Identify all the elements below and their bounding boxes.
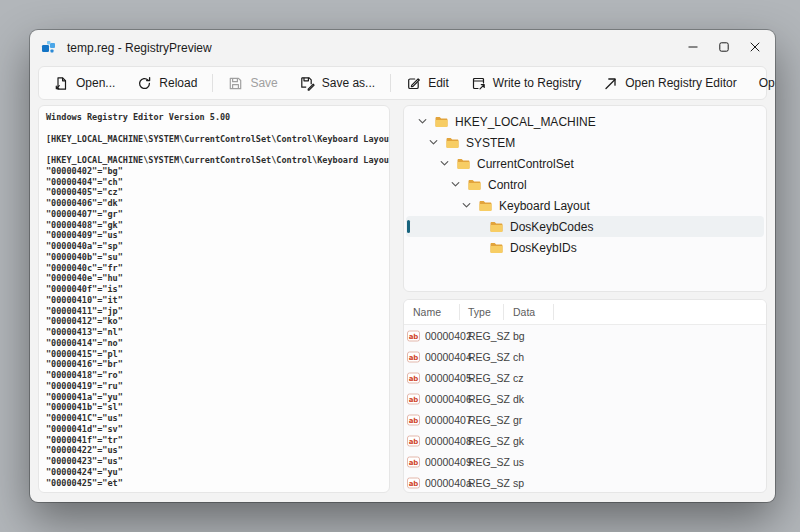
open-key-button[interactable]: Open Key xyxy=(748,70,775,96)
table-row[interactable]: 00000409 REG_SZ us xyxy=(404,451,766,472)
registry-tree-panel: HKEY_LOCAL_MACHINE SYSTEM CurrentControl… xyxy=(403,105,767,292)
folder-icon xyxy=(434,116,449,128)
open-key-button-label: Open Key xyxy=(759,76,775,90)
value-data: dk xyxy=(504,393,554,405)
minimize-button[interactable] xyxy=(677,30,708,64)
open-external-icon xyxy=(603,76,618,91)
registry-values-panel: Name Type Data 00000402 REG_SZ bg 000004… xyxy=(403,299,767,493)
value-type: REG_SZ xyxy=(460,414,504,426)
tree-item-keyboard-layout[interactable]: Keyboard Layout xyxy=(406,195,764,216)
tree-item-label: CurrentControlSet xyxy=(477,157,574,171)
table-row[interactable]: 00000402 REG_SZ bg xyxy=(404,325,766,346)
value-data: ch xyxy=(504,351,554,363)
save-as-icon xyxy=(300,76,315,91)
value-data: us xyxy=(504,456,554,468)
save-button[interactable]: Save xyxy=(217,70,288,96)
table-row[interactable]: 0000040a REG_SZ sp xyxy=(404,472,766,493)
app-icon xyxy=(41,40,57,56)
table-row[interactable]: 00000404 REG_SZ ch xyxy=(404,346,766,367)
string-value-icon xyxy=(407,456,420,468)
tree-item-currentcontrolset[interactable]: CurrentControlSet xyxy=(406,153,764,174)
reload-icon xyxy=(137,76,152,91)
open-registry-editor-button[interactable]: Open Registry Editor xyxy=(592,70,747,96)
save-as-button[interactable]: Save as... xyxy=(289,70,386,96)
string-value-icon xyxy=(407,477,420,489)
window-title: temp.reg - RegistryPreview xyxy=(67,41,212,55)
open-file-icon xyxy=(54,76,69,91)
maximize-icon xyxy=(719,42,729,52)
table-row[interactable]: 00000405 REG_SZ cz xyxy=(404,367,766,388)
value-data: gk xyxy=(504,435,554,447)
selection-indicator xyxy=(407,220,410,233)
table-row[interactable]: 00000406 REG_SZ dk xyxy=(404,388,766,409)
tree-item-hkey-local-machine[interactable]: HKEY_LOCAL_MACHINE xyxy=(406,111,764,132)
reload-button[interactable]: Reload xyxy=(126,70,208,96)
folder-icon xyxy=(456,158,471,170)
tree-item-doskeybcodes[interactable]: DosKeybCodes xyxy=(406,216,764,237)
value-type: REG_SZ xyxy=(460,393,504,405)
open-registry-editor-button-label: Open Registry Editor xyxy=(625,76,736,90)
command-bar: Open... Reload Save xyxy=(38,66,767,100)
close-button[interactable] xyxy=(739,30,770,64)
app-window: temp.reg - RegistryPreview Open... xyxy=(30,30,775,502)
value-data: bg xyxy=(504,330,554,342)
write-to-registry-button-label: Write to Registry xyxy=(493,76,581,90)
table-row[interactable]: 00000408 REG_SZ gk xyxy=(404,430,766,451)
column-header-type[interactable]: Type xyxy=(460,304,504,320)
chevron-down-icon[interactable] xyxy=(447,179,463,190)
folder-icon xyxy=(489,221,504,233)
reload-button-label: Reload xyxy=(159,76,197,90)
chevron-down-icon[interactable] xyxy=(414,116,430,127)
string-value-icon xyxy=(407,372,420,384)
value-data: gr xyxy=(504,414,554,426)
tree-indent xyxy=(406,163,436,164)
column-header-name[interactable]: Name xyxy=(404,304,460,320)
edit-icon xyxy=(406,76,421,91)
edit-button-label: Edit xyxy=(428,76,449,90)
folder-icon xyxy=(478,200,493,212)
folder-icon xyxy=(445,137,460,149)
value-type: REG_SZ xyxy=(460,477,504,489)
tree-item-doskeybids[interactable]: DosKeybIDs xyxy=(406,237,764,258)
value-type: REG_SZ xyxy=(460,351,504,363)
save-button-label: Save xyxy=(250,76,277,90)
close-icon xyxy=(750,42,760,52)
tree-indent xyxy=(406,121,414,122)
tree-item-label: DosKeybCodes xyxy=(510,220,593,234)
string-value-icon xyxy=(407,330,420,342)
value-type: REG_SZ xyxy=(460,435,504,447)
registry-file-editor-panel: Windows Registry Editor Version 5.00 [HK… xyxy=(38,105,390,493)
toolbar-separator xyxy=(390,74,391,92)
tree-item-label: SYSTEM xyxy=(466,136,515,150)
tree-indent xyxy=(406,247,469,248)
string-value-icon xyxy=(407,414,420,426)
string-value-icon xyxy=(407,435,420,447)
open-button-label: Open... xyxy=(76,76,115,90)
value-data: sp xyxy=(504,477,554,489)
tree-indent xyxy=(406,205,458,206)
tree-item-system[interactable]: SYSTEM xyxy=(406,132,764,153)
minimize-icon xyxy=(688,42,698,52)
chevron-down-icon[interactable] xyxy=(425,137,441,148)
value-data: cz xyxy=(504,372,554,384)
save-icon xyxy=(228,76,243,91)
write-to-registry-button[interactable]: Write to Registry xyxy=(460,70,592,96)
edit-button[interactable]: Edit xyxy=(395,70,460,96)
tree-item-label: DosKeybIDs xyxy=(510,241,577,255)
chevron-down-icon[interactable] xyxy=(458,200,474,211)
maximize-button[interactable] xyxy=(708,30,739,64)
title-bar[interactable]: temp.reg - RegistryPreview xyxy=(30,30,775,66)
open-button[interactable]: Open... xyxy=(43,70,126,96)
write-registry-icon xyxy=(471,76,486,91)
tree-item-label: Control xyxy=(488,178,527,192)
tree-item-label: Keyboard Layout xyxy=(499,199,590,213)
registry-text-editor[interactable]: Windows Registry Editor Version 5.00 [HK… xyxy=(39,106,389,493)
table-row[interactable]: 00000407 REG_SZ gr xyxy=(404,409,766,430)
folder-icon xyxy=(489,242,504,254)
chevron-down-icon[interactable] xyxy=(436,158,452,169)
column-header-filler xyxy=(554,304,766,320)
tree-indent xyxy=(406,184,447,185)
tree-item-control[interactable]: Control xyxy=(406,174,764,195)
folder-icon xyxy=(467,179,482,191)
column-header-data[interactable]: Data xyxy=(504,304,554,320)
